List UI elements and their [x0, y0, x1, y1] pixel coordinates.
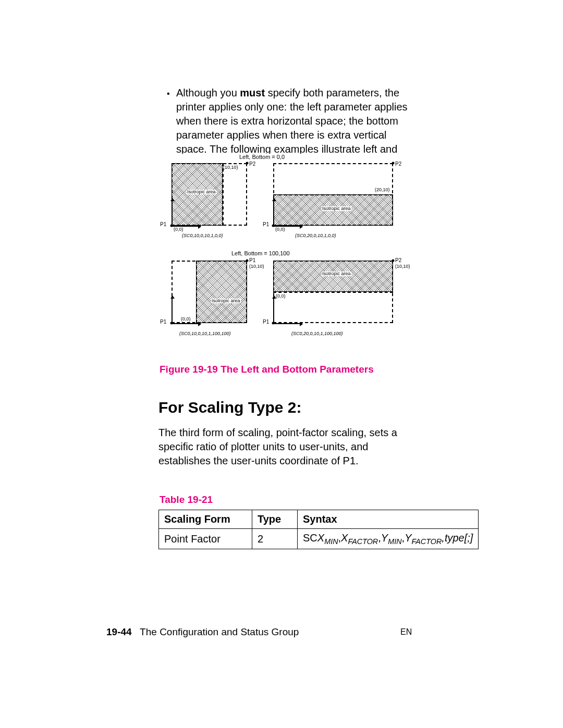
panel-d: Isotropic area P2 (10,10) (0,0) — [273, 261, 393, 323]
panel-b-sc: (SC0,20,0,10,1,0,0) — [295, 233, 336, 238]
panel-a-dash — [223, 163, 224, 226]
panel-c-origin: (0,0) — [181, 316, 191, 322]
syntax-factor1: FACTOR — [348, 537, 378, 546]
panel-c-sc: (SC0,10,0,10,1,100,100) — [179, 331, 231, 336]
panel-b-p1: P1 — [263, 221, 269, 227]
panel-d-axis-x — [273, 323, 302, 324]
panel-d-p2: P2 — [395, 257, 401, 263]
panel-a-iso-area: Isotropic area — [172, 163, 223, 226]
panel-d-iso-label: Isotropic area — [322, 272, 351, 276]
panel-d-iso-area: Isotropic area — [273, 261, 393, 292]
figure-left-bottom: Left, Bottom = 0,0 Isotropic area P2 (10… — [158, 154, 414, 357]
panel-c-p2mark-dot — [246, 260, 249, 262]
section-paragraph: The third form of scaling, point-factor … — [158, 426, 412, 468]
th-syntax: Syntax — [298, 510, 479, 529]
syntax-prefix: SC — [303, 532, 317, 544]
panel-c-axis-y — [172, 296, 173, 323]
footer-title: The Configuration and Status Group — [140, 626, 299, 637]
panel-d-sc: (SC0,20,0,10,1,100,100) — [291, 331, 343, 336]
panel-a-p2: P2 — [249, 161, 255, 167]
panel-a-axis-y — [172, 199, 173, 226]
panel-b: Isotropic area P2 (20,10) (0,0) — [273, 163, 393, 226]
panel-d-p1: P1 — [263, 319, 269, 325]
panel-c-c1010: (10,10) — [249, 264, 264, 269]
syntax-y1: Y — [381, 532, 388, 544]
syntax-tail: ,type[;] — [442, 532, 473, 544]
panel-d-p2-dot — [392, 260, 395, 262]
figure-caption: Figure 19-19 The Left and Bottom Paramet… — [160, 364, 374, 375]
panel-a-p1: P1 — [160, 221, 166, 227]
scaling-table: Scaling Form Type Syntax Point Factor 2 … — [158, 510, 479, 549]
panel-b-p2: P2 — [395, 161, 401, 167]
table-caption: Table 19-21 — [160, 494, 213, 505]
bullet-must: must — [240, 87, 265, 98]
bullet-icon: • — [167, 88, 170, 100]
panel-d-c1010: (10,10) — [395, 264, 410, 269]
panel-c-dash — [196, 261, 197, 323]
page: • Although you must specify both paramet… — [0, 0, 563, 728]
footer-left: 19-44 The Configuration and Status Group — [106, 626, 299, 638]
section-heading: For Scaling Type 2: — [158, 399, 302, 416]
panel-b-axis-y — [273, 199, 274, 226]
page-number: 19-44 — [106, 626, 132, 637]
panel-a: Isotropic area P2 (10,10) (0,0) — [172, 163, 247, 226]
panel-b-iso-label: Isotropic area — [322, 206, 351, 211]
panel-d-origin: (0,0) — [276, 293, 286, 299]
syntax-x1: X — [317, 532, 324, 544]
syntax-x2: X — [341, 532, 348, 544]
panel-a-p2-dot — [246, 162, 249, 165]
panel-a-axis-x — [172, 226, 201, 227]
panel-c: Isotropic area P1 (10,10) (0,0) — [172, 261, 247, 323]
panel-a-origin: (0,0) — [174, 227, 183, 232]
panel-b-p2-dot — [392, 162, 395, 165]
syntax-min2: MIN — [388, 537, 401, 546]
figure-top-caption: Left, Bottom = 0,0 — [239, 154, 285, 160]
bullet-lead: Although you — [176, 87, 240, 98]
panel-d-dash — [273, 292, 393, 293]
th-form: Scaling Form — [159, 510, 252, 529]
table-row: Point Factor 2 SCXMIN,XFACTOR,YMIN,YFACT… — [159, 529, 479, 549]
panel-c-p1b: P1 — [160, 319, 166, 325]
syntax-min1: MIN — [324, 537, 338, 546]
panel-b-dash — [273, 194, 393, 195]
panel-b-origin: (0,0) — [275, 227, 285, 232]
panel-a-iso-label: Isotropic area — [187, 190, 216, 194]
panel-c-axis-x — [172, 323, 201, 324]
panel-b-c2010: (20,10) — [375, 187, 390, 192]
panel-c-p1label: P1 — [249, 257, 255, 263]
td-type: 2 — [252, 529, 298, 549]
th-type: Type — [252, 510, 298, 529]
figure-mid-caption: Left, Bottom = 100,100 — [231, 250, 290, 256]
panel-c-iso-label: Isotropic area — [211, 299, 241, 303]
table-header-row: Scaling Form Type Syntax — [159, 510, 479, 529]
panel-c-iso-area: Isotropic area — [196, 261, 247, 323]
panel-b-iso-area: Isotropic area — [273, 194, 393, 226]
td-syntax: SCXMIN,XFACTOR,YMIN,YFACTOR,type[;] — [298, 529, 479, 549]
footer-right: EN — [400, 627, 412, 637]
panel-b-axis-x — [273, 226, 302, 227]
syntax-factor2: FACTOR — [411, 537, 442, 546]
panel-a-c1010: (10,10) — [223, 165, 238, 170]
syntax-y2: Y — [405, 532, 411, 544]
td-form: Point Factor — [159, 529, 252, 549]
panel-d-axis-y — [273, 296, 274, 323]
panel-a-sc: (SC0,10,0,10,1,0,0) — [182, 233, 223, 238]
